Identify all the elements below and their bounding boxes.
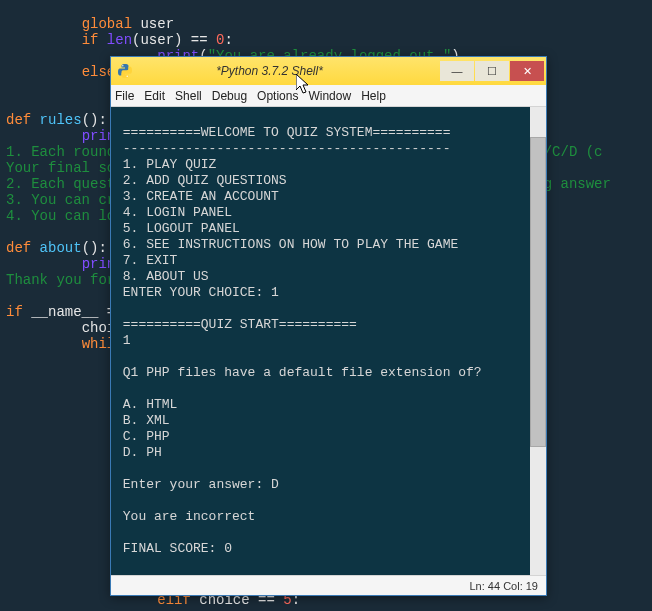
statusbar: Ln: 44 Col: 19 bbox=[111, 575, 546, 595]
shell-line: ==========QUIZ START========== bbox=[115, 317, 357, 332]
shell-line: ----------------------------------------… bbox=[115, 141, 450, 156]
shell-line: 1 bbox=[115, 333, 131, 348]
shell-line: C. PHP bbox=[115, 429, 170, 444]
minimize-button[interactable]: — bbox=[440, 61, 474, 81]
shell-line: 7. EXIT bbox=[115, 253, 177, 268]
shell-line: 8. ABOUT US bbox=[115, 269, 209, 284]
shell-line: 3. CREATE AN ACCOUNT bbox=[115, 189, 279, 204]
menu-shell[interactable]: Shell bbox=[175, 89, 202, 103]
shell-line: B. XML bbox=[115, 413, 170, 428]
vertical-scrollbar[interactable] bbox=[530, 107, 546, 575]
menu-options[interactable]: Options bbox=[257, 89, 298, 103]
svg-point-1 bbox=[126, 76, 127, 77]
close-button[interactable]: ✕ bbox=[510, 61, 544, 81]
shell-line: You are incorrect bbox=[115, 509, 255, 524]
menu-window[interactable]: Window bbox=[308, 89, 351, 103]
scrollbar-thumb[interactable] bbox=[530, 137, 546, 447]
svg-point-0 bbox=[122, 65, 123, 66]
shell-line: Enter your answer: D bbox=[115, 477, 279, 492]
shell-output[interactable]: ==========WELCOME TO QUIZ SYSTEM========… bbox=[111, 107, 546, 575]
shell-line: 1. PLAY QUIZ bbox=[115, 157, 216, 172]
menu-help[interactable]: Help bbox=[361, 89, 386, 103]
python-icon bbox=[117, 63, 133, 79]
python-shell-window: *Python 3.7.2 Shell* — ☐ ✕ File Edit She… bbox=[110, 56, 547, 596]
shell-line: Q1 PHP files have a default file extensi… bbox=[115, 365, 482, 380]
menu-debug[interactable]: Debug bbox=[212, 89, 247, 103]
cursor-position: Ln: 44 Col: 19 bbox=[470, 580, 539, 592]
shell-line: 5. LOGOUT PANEL bbox=[115, 221, 240, 236]
shell-line: ==========WELCOME TO QUIZ SYSTEM========… bbox=[115, 125, 450, 140]
menu-edit[interactable]: Edit bbox=[144, 89, 165, 103]
titlebar[interactable]: *Python 3.7.2 Shell* — ☐ ✕ bbox=[111, 57, 546, 85]
window-title: *Python 3.7.2 Shell* bbox=[139, 64, 440, 78]
shell-line: FINAL SCORE: 0 bbox=[115, 541, 232, 556]
shell-line: ENTER YOUR CHOICE: 1 bbox=[115, 285, 279, 300]
shell-line: 2. ADD QUIZ QUESTIONS bbox=[115, 173, 287, 188]
shell-line: 6. SEE INSTRUCTIONS ON HOW TO PLAY THE G… bbox=[115, 237, 458, 252]
maximize-button[interactable]: ☐ bbox=[475, 61, 509, 81]
shell-line: A. HTML bbox=[115, 397, 177, 412]
menu-file[interactable]: File bbox=[115, 89, 134, 103]
menubar: File Edit Shell Debug Options Window Hel… bbox=[111, 85, 546, 107]
shell-line: D. PH bbox=[115, 445, 162, 460]
shell-line: 4. LOGIN PANEL bbox=[115, 205, 232, 220]
